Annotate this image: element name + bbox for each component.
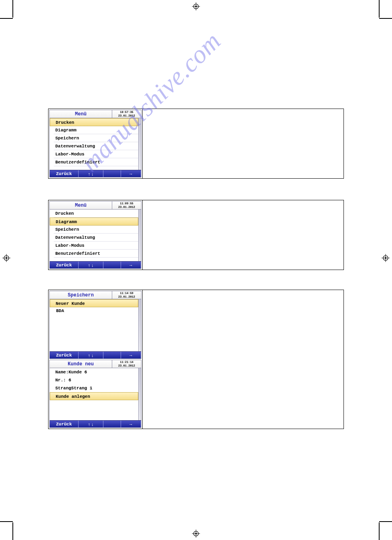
softkey-updown[interactable]: ↑ ↓ xyxy=(79,421,103,427)
scrollbar[interactable] xyxy=(138,118,141,170)
screen-time: 10:57:35 xyxy=(112,111,141,114)
screenshot-cell: Speichern 11:14:59 23.01.2012 Neuer Kund… xyxy=(48,290,143,429)
softkey-updown[interactable]: ↑ ↓ xyxy=(79,170,103,177)
registration-mark-icon xyxy=(192,2,200,10)
screen-datetime: 11:14:59 23.01.2012 xyxy=(112,291,141,299)
panel-row-2: Menü 11:09:55 23.01.2012 Drucken Diagram… xyxy=(48,200,344,270)
screen-date: 23.01.2012 xyxy=(112,295,141,299)
menu-item-drucken[interactable]: Drucken xyxy=(50,118,138,126)
softkey-bar: Zurück ↑ ↓ → xyxy=(50,170,141,177)
softkey-enter[interactable]: → xyxy=(121,352,141,359)
crop-mark xyxy=(0,18,13,19)
screen-title: Kunde neu xyxy=(50,360,112,368)
field-strang[interactable]: StrangStrang 1 xyxy=(54,384,138,392)
scrollbar[interactable] xyxy=(138,368,141,420)
registration-mark-icon xyxy=(382,254,390,262)
screen-datetime: 10:57:35 23.01.2012 xyxy=(112,110,141,118)
description-cell xyxy=(143,109,344,178)
menu-item-neuer-kunde[interactable]: Neuer Kunde xyxy=(50,299,138,307)
softkey-updown[interactable]: ↑ ↓ xyxy=(79,262,103,268)
scrollbar[interactable] xyxy=(138,299,141,351)
softkey-enter[interactable]: → xyxy=(121,170,141,177)
menu-item-labor-modus[interactable]: Labor-Modus xyxy=(54,150,138,158)
screen-time: 11:14:59 xyxy=(112,292,141,295)
crop-mark xyxy=(379,0,380,18)
softkey-back[interactable]: Zurück xyxy=(50,352,79,359)
softkey-updown[interactable]: ↑ ↓ xyxy=(79,352,103,359)
menu-item-diagramm[interactable]: Diagramm xyxy=(54,126,138,134)
screen-title: Menü xyxy=(50,110,112,118)
registration-mark-icon xyxy=(2,254,10,262)
crop-mark xyxy=(379,521,392,522)
description-cell xyxy=(143,290,344,429)
screenshot-cell: Menü 11:09:55 23.01.2012 Drucken Diagram… xyxy=(48,200,143,270)
screen-date: 23.01.2012 xyxy=(112,114,141,118)
device-screen-kunde-neu: Kunde neu 11:21:14 23.01.2012 Name:Kunde… xyxy=(49,360,141,428)
screen-date: 23.01.2012 xyxy=(112,364,141,368)
softkey-bar: Zurück ↑ ↓ → xyxy=(50,351,141,359)
screenshot-cell: Menü 10:57:35 23.01.2012 Drucken Diagram… xyxy=(48,109,143,178)
panel-row-3: Speichern 11:14:59 23.01.2012 Neuer Kund… xyxy=(48,290,344,429)
softkey-blank xyxy=(103,262,121,268)
screen-date: 23.01.2012 xyxy=(112,206,141,209)
screen-datetime: 11:21:14 23.01.2012 xyxy=(112,360,141,368)
list-item[interactable]: BDA xyxy=(56,308,136,313)
registration-mark-icon xyxy=(192,530,200,538)
softkey-bar: Zurück ↑ ↓ → xyxy=(50,420,141,427)
softkey-back[interactable]: Zurück xyxy=(50,262,79,268)
menu-item-drucken[interactable]: Drucken xyxy=(54,210,138,218)
field-name[interactable]: Name:Kunde 6 xyxy=(54,368,138,376)
crop-mark xyxy=(379,18,392,19)
description-cell xyxy=(143,200,344,270)
scrollbar[interactable] xyxy=(138,210,141,261)
softkey-bar: Zurück ↑ ↓ → xyxy=(50,261,141,268)
softkey-enter[interactable]: → xyxy=(121,262,141,268)
screen-title: Speichern xyxy=(50,291,112,299)
crop-mark xyxy=(12,522,13,540)
screen-title: Menü xyxy=(50,201,112,209)
customer-list: BDA xyxy=(54,307,138,351)
screen-datetime: 11:09:55 23.01.2012 xyxy=(112,201,141,209)
device-screen-speichern: Speichern 11:14:59 23.01.2012 Neuer Kund… xyxy=(49,291,141,359)
softkey-blank xyxy=(103,421,121,427)
action-kunde-anlegen[interactable]: Kunde anlegen xyxy=(50,392,138,400)
menu-item-datenverwaltung[interactable]: Datenverwaltung xyxy=(54,142,138,150)
field-nr[interactable]: Nr.: 6 xyxy=(54,376,138,384)
menu-item-speichern[interactable]: Speichern xyxy=(54,226,138,234)
menu-item-benutzerdefiniert[interactable]: Benutzerdefiniert xyxy=(54,250,138,258)
softkey-blank xyxy=(103,352,121,359)
crop-mark xyxy=(12,0,13,18)
softkey-blank xyxy=(103,170,121,177)
crop-mark xyxy=(379,522,380,540)
panel-row-1: Menü 10:57:35 23.01.2012 Drucken Diagram… xyxy=(48,109,344,179)
menu-item-labor-modus[interactable]: Labor-Modus xyxy=(54,242,138,250)
softkey-enter[interactable]: → xyxy=(121,421,141,427)
menu-item-benutzerdefiniert[interactable]: Benutzerdefiniert xyxy=(54,158,138,166)
menu-item-diagramm[interactable]: Diagramm xyxy=(50,218,138,226)
crop-mark xyxy=(0,521,13,522)
softkey-back[interactable]: Zurück xyxy=(50,170,79,177)
screen-time: 11:09:55 xyxy=(112,202,141,206)
menu-item-datenverwaltung[interactable]: Datenverwaltung xyxy=(54,234,138,242)
device-screen-menu-diagramm: Menü 11:09:55 23.01.2012 Drucken Diagram… xyxy=(49,201,141,269)
softkey-back[interactable]: Zurück xyxy=(50,421,79,427)
menu-item-speichern[interactable]: Speichern xyxy=(54,134,138,142)
screen-time: 11:21:14 xyxy=(112,361,141,364)
device-screen-menu-drucken: Menü 10:57:35 23.01.2012 Drucken Diagram… xyxy=(49,110,141,177)
